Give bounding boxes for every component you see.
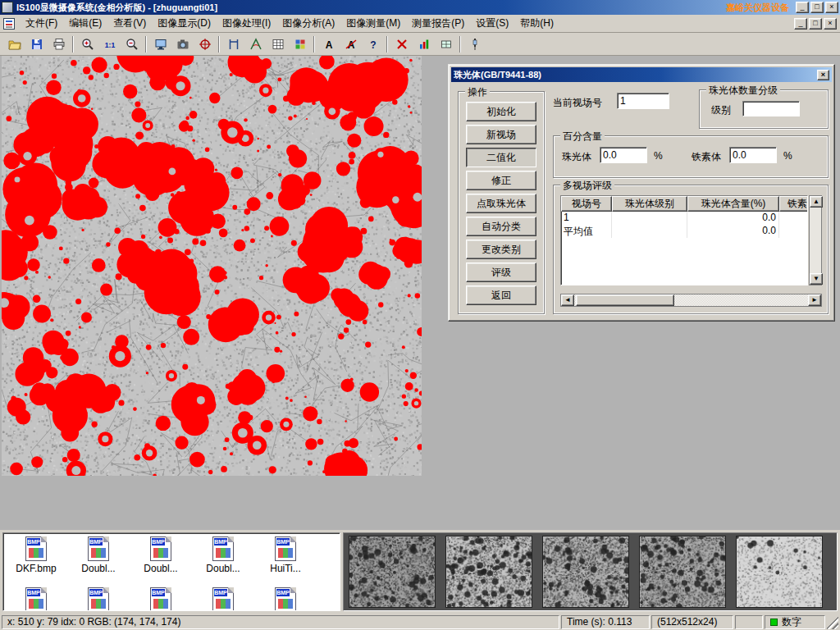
multifield-table[interactable]: 视场号珠光体级别珠光体含量(%)铁素体10.0平均值0.0 (560, 195, 808, 285)
table-header-cell[interactable]: 珠光体含量(%) (687, 196, 779, 212)
file-item-1[interactable]: BMPDKF.bmp (6, 536, 66, 574)
save-button[interactable] (26, 34, 47, 53)
thumbnail-image-3[interactable] (542, 536, 629, 608)
capture-button[interactable] (150, 34, 171, 53)
mdi-restore-button[interactable]: □ (809, 18, 822, 30)
file-item-clipped[interactable]: BMP (130, 587, 191, 611)
close-button[interactable]: × (825, 2, 838, 13)
target-button[interactable] (194, 34, 215, 53)
menu-item-1[interactable]: 文件(F) (20, 15, 63, 32)
op-button-1[interactable]: 初始化 (466, 102, 536, 121)
open-icon (8, 38, 21, 51)
mdi-minimize-button[interactable]: _ (794, 18, 807, 30)
document-icon[interactable] (3, 18, 15, 30)
table-header-cell[interactable]: 珠光体级别 (612, 196, 687, 212)
scroll-left-icon[interactable]: ◄ (561, 294, 574, 306)
menu-item-10[interactable]: 帮助(H) (514, 15, 559, 32)
menu-item-5[interactable]: 图像处理(I) (217, 15, 276, 32)
op-button-4[interactable]: 修正 (466, 171, 536, 190)
angle-measure-button[interactable] (245, 34, 266, 53)
ferrite-percent-input[interactable] (729, 147, 777, 163)
scrollbar-thumb[interactable] (576, 294, 674, 306)
print-icon (52, 38, 66, 51)
menu-item-9[interactable]: 设置(S) (470, 15, 514, 32)
op-button-3[interactable]: 二值化 (466, 148, 536, 167)
camera-icon (176, 38, 189, 51)
open-button[interactable] (4, 34, 25, 53)
scroll-down-icon[interactable]: ▼ (810, 273, 823, 285)
file-item-clipped[interactable]: BMP (255, 587, 316, 611)
thumbnail-image-5[interactable] (736, 536, 823, 608)
file-item-clipped[interactable]: BMP (193, 587, 253, 611)
table-header-cell[interactable]: 铁素体 (779, 196, 808, 212)
resize-grip[interactable] (827, 615, 838, 629)
file-item-4[interactable]: BMPDoubl... (193, 536, 253, 574)
op-button-5[interactable]: 点取珠光体 (466, 194, 536, 213)
text-label-button[interactable]: A (318, 34, 339, 53)
zoom-out-button[interactable] (121, 34, 142, 53)
table-row[interactable]: 10.0 (561, 212, 807, 225)
toolbar-separator (218, 36, 220, 52)
mdi-close-button[interactable]: × (824, 18, 837, 30)
grid-button[interactable] (290, 34, 310, 53)
zoom-in-button[interactable] (77, 34, 98, 53)
camera-button[interactable] (172, 34, 193, 53)
bmp-label: BMP (27, 538, 40, 546)
bmp-preview (91, 548, 106, 558)
dialog-title-bar[interactable]: 珠光体(GB/T9441-88) × (451, 67, 832, 82)
op-button-6[interactable]: 自动分类 (466, 217, 536, 236)
menu-item-8[interactable]: 测量报告(P) (406, 15, 470, 32)
table-header-row: 视场号珠光体级别珠光体含量(%)铁素体 (561, 196, 807, 212)
file-item-2[interactable]: BMPDoubl... (68, 536, 129, 574)
operations-group-label: 操作 (465, 85, 490, 99)
op-button-7[interactable]: 更改类别 (466, 240, 536, 259)
table-vertical-scrollbar[interactable]: ▲ ▼ (809, 195, 822, 285)
grade-input[interactable] (742, 101, 800, 116)
file-item-clipped[interactable]: BMP (6, 587, 66, 611)
text-label-off-button[interactable]: A (340, 34, 361, 53)
status-mode: 数字 (765, 615, 825, 629)
file-item-5[interactable]: BMPHuiTi... (255, 536, 316, 574)
help-button[interactable]: ? (363, 34, 383, 53)
menu-item-6[interactable]: 图像分析(A) (276, 15, 340, 32)
table-header-cell[interactable]: 视场号 (561, 196, 612, 212)
actual-size-button[interactable]: 1:1 (99, 34, 120, 53)
dialog-close-button[interactable]: × (817, 70, 829, 80)
scroll-right-icon[interactable]: ► (808, 294, 821, 306)
op-button-2[interactable]: 新视场 (466, 125, 536, 144)
file-list[interactable]: BMPDKF.bmpBMPDoubl...BMPDoubl...BMPDoubl… (2, 532, 340, 611)
pearlite-percent-input[interactable] (600, 147, 647, 163)
bmp-file-icon: BMP (25, 587, 47, 611)
caliper-button[interactable] (223, 34, 244, 53)
menu-item-7[interactable]: 图像测量(M) (340, 15, 406, 32)
op-button-8[interactable]: 评级 (466, 262, 536, 282)
cells-button[interactable] (436, 34, 456, 53)
report-table-button[interactable] (267, 34, 288, 53)
scroll-up-icon[interactable]: ▲ (810, 196, 823, 208)
angle-measure-icon (249, 38, 262, 51)
metallographic-image[interactable] (2, 56, 422, 476)
zoom-in-icon (81, 38, 94, 51)
menu-item-3[interactable]: 查看(V) (107, 15, 152, 32)
table-horizontal-scrollbar[interactable]: ◄ ► (560, 294, 822, 307)
cut-button[interactable] (391, 34, 412, 53)
actual-size-icon: 1:1 (103, 38, 116, 51)
probe-button[interactable] (464, 34, 485, 53)
histogram-button[interactable] (413, 34, 434, 53)
file-item-3[interactable]: BMPDoubl... (130, 536, 191, 574)
thumbnail-image-1[interactable] (349, 536, 436, 608)
op-button-9[interactable]: 返回 (466, 285, 536, 305)
text-label-off-icon: A (345, 38, 358, 51)
file-item-clipped[interactable]: BMP (68, 587, 129, 611)
camera-status-led (770, 619, 778, 626)
table-row[interactable]: 平均值0.0 (561, 225, 807, 238)
minimize-button[interactable]: _ (796, 2, 809, 13)
thumbnail-image-2[interactable] (445, 536, 532, 608)
file-row-2: BMPBMPBMPBMPBMP (5, 587, 338, 611)
menu-item-2[interactable]: 编辑(E) (63, 15, 107, 32)
current-field-input[interactable] (617, 93, 669, 109)
menu-item-4[interactable]: 图像显示(D) (152, 15, 217, 32)
thumbnail-image-4[interactable] (639, 536, 726, 608)
maximize-button[interactable]: □ (810, 2, 824, 13)
print-button[interactable] (48, 34, 69, 53)
